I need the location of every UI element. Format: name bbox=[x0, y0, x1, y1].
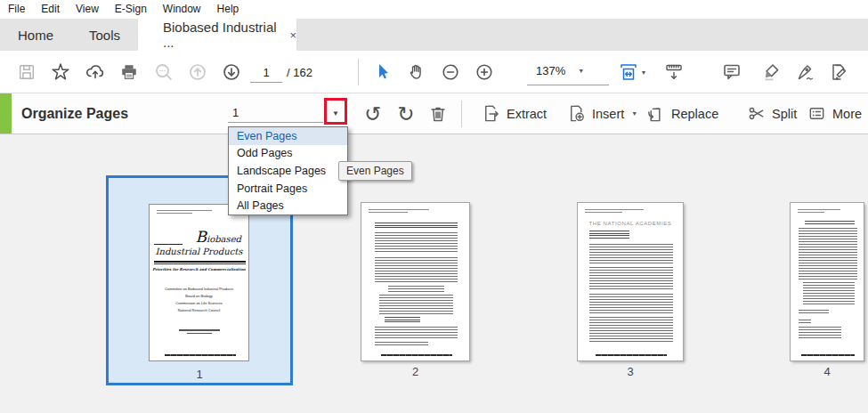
page-number-label: 1 bbox=[109, 368, 290, 381]
fit-width-icon bbox=[618, 61, 639, 83]
tab-home[interactable]: Home bbox=[0, 19, 71, 51]
page-thumbnail-1[interactable]: Biobased Industrial Products Priorities … bbox=[149, 204, 249, 361]
more-label: More bbox=[832, 107, 862, 121]
publisher-lines bbox=[187, 333, 212, 335]
zoom-in-button[interactable] bbox=[469, 57, 499, 87]
more-button[interactable]: More ▼ bbox=[807, 93, 868, 134]
annotation-highlight-box bbox=[324, 98, 347, 125]
menu-item-landscape-pages[interactable]: Landscape Pages bbox=[229, 162, 347, 180]
cloud-upload-icon bbox=[85, 61, 106, 83]
organize-separator bbox=[461, 101, 462, 127]
arrow-up-circle-icon bbox=[187, 61, 208, 83]
share-button[interactable] bbox=[80, 57, 110, 87]
delete-pages-button[interactable] bbox=[423, 99, 453, 129]
menu-view[interactable]: View bbox=[68, 0, 107, 19]
arrow-down-circle-icon bbox=[221, 61, 242, 83]
hand-icon bbox=[406, 61, 427, 83]
page-thumbnail-2[interactable] bbox=[361, 202, 470, 361]
sign-button[interactable] bbox=[791, 57, 821, 87]
comment-button[interactable] bbox=[717, 57, 747, 87]
zoom-level-value: 137% bbox=[536, 64, 565, 77]
cover-rule bbox=[154, 263, 246, 264]
page-thumbnails-area: Biobased Industrial Products Priorities … bbox=[0, 134, 868, 413]
edit-pdf-button[interactable] bbox=[823, 57, 854, 87]
tooltip: Even Pages bbox=[338, 161, 412, 181]
insert-icon bbox=[566, 103, 587, 124]
organize-pages-toolbar: Organize Pages ▼ ↺ ↻ Extract Insert ▼ Re… bbox=[0, 93, 868, 134]
scroll-mode-button[interactable] bbox=[659, 57, 689, 87]
menu-help[interactable]: Help bbox=[209, 0, 247, 19]
menu-item-odd-pages[interactable]: Odd Pages bbox=[229, 145, 347, 163]
page3-heading: THE NATIONAL ACADEMIES bbox=[578, 221, 683, 226]
previous-page-button[interactable] bbox=[183, 57, 213, 87]
insert-button[interactable]: Insert ▼ bbox=[566, 93, 637, 134]
main-toolbar: / 162 137% ▼ ▼ bbox=[0, 51, 868, 93]
next-page-button[interactable] bbox=[216, 57, 247, 87]
menu-esign[interactable]: E-Sign bbox=[107, 0, 155, 19]
menu-bar: File Edit View E-Sign Window Help bbox=[0, 0, 868, 19]
insert-label: Insert bbox=[592, 107, 624, 121]
page-number-label: 3 bbox=[577, 365, 684, 378]
footer-bar bbox=[801, 354, 855, 357]
tab-tools[interactable]: Tools bbox=[71, 19, 138, 51]
replace-label: Replace bbox=[671, 107, 718, 121]
search-icon bbox=[153, 61, 174, 83]
cover-line: Committee on Biobased Industrial Product… bbox=[150, 287, 248, 291]
replace-icon bbox=[645, 103, 666, 124]
page-count-label: / 162 bbox=[287, 51, 312, 93]
replace-button[interactable]: Replace bbox=[645, 93, 718, 134]
select-tool-button[interactable] bbox=[368, 57, 398, 87]
list-icon bbox=[807, 103, 827, 124]
acrobat-window: File Edit View E-Sign Window Help Home T… bbox=[0, 0, 868, 413]
print-button[interactable] bbox=[114, 57, 144, 87]
extract-button[interactable]: Extract bbox=[481, 93, 547, 134]
zoom-level-dropdown[interactable]: 137% ▼ bbox=[527, 57, 609, 85]
split-label: Split bbox=[772, 107, 797, 121]
extract-icon bbox=[481, 103, 501, 124]
publisher-lines bbox=[179, 329, 220, 331]
search-button[interactable] bbox=[149, 57, 179, 87]
rotate-left-button[interactable]: ↺ bbox=[358, 99, 388, 129]
page-thumbnail-4[interactable] bbox=[790, 202, 864, 361]
menu-item-all-pages[interactable]: All Pages bbox=[229, 197, 347, 215]
page-range-dropdown-menu: Even Pages Odd Pages Landscape Pages Por… bbox=[228, 126, 348, 215]
fit-width-button[interactable]: ▼ bbox=[614, 57, 650, 87]
minus-circle-icon bbox=[440, 61, 461, 83]
printer-icon bbox=[119, 62, 139, 82]
save-button[interactable] bbox=[12, 57, 42, 87]
toolbar-separator bbox=[358, 59, 359, 85]
chevron-down-icon: ▼ bbox=[631, 110, 637, 117]
organize-pages-title: Organize Pages bbox=[21, 93, 128, 134]
cover-rule bbox=[154, 261, 246, 263]
trash-icon bbox=[427, 103, 449, 125]
hand-tool-button[interactable] bbox=[402, 57, 432, 87]
split-button[interactable]: Split bbox=[746, 93, 797, 134]
tab-document[interactable]: Biobased Industrial ... × bbox=[138, 19, 296, 51]
footer-bar bbox=[381, 354, 452, 357]
page-number-input[interactable] bbox=[250, 63, 282, 83]
cover-line: Board on Biology bbox=[150, 294, 248, 298]
star-button[interactable] bbox=[45, 57, 76, 87]
document-pencil-icon bbox=[828, 61, 849, 83]
page-range-input[interactable] bbox=[228, 102, 323, 123]
zoom-out-button[interactable] bbox=[435, 57, 466, 87]
star-icon bbox=[50, 61, 71, 83]
cursor-arrow-icon bbox=[372, 61, 393, 83]
close-icon[interactable]: × bbox=[289, 28, 296, 42]
tab-bar: Home Tools Biobased Industrial ... × bbox=[0, 19, 868, 51]
highlight-button[interactable] bbox=[756, 57, 786, 87]
menu-file[interactable]: File bbox=[0, 0, 33, 19]
rotate-right-button[interactable]: ↻ bbox=[391, 99, 421, 129]
ruler-down-arrow-icon bbox=[663, 61, 685, 83]
rotate-cw-icon: ↻ bbox=[397, 104, 414, 125]
chevron-down-icon: ▼ bbox=[578, 68, 584, 74]
menu-item-even-pages[interactable]: Even Pages bbox=[229, 127, 347, 145]
rotate-ccw-icon: ↺ bbox=[364, 104, 381, 125]
plus-circle-icon bbox=[474, 61, 495, 83]
menu-edit[interactable]: Edit bbox=[33, 0, 68, 19]
accent-bar bbox=[0, 93, 12, 134]
menu-item-portrait-pages[interactable]: Portrait Pages bbox=[229, 180, 347, 198]
page-thumbnail-3[interactable]: THE NATIONAL ACADEMIES bbox=[577, 202, 684, 361]
menu-window[interactable]: Window bbox=[155, 0, 209, 19]
tab-document-label: Biobased Industrial ... bbox=[163, 20, 280, 50]
